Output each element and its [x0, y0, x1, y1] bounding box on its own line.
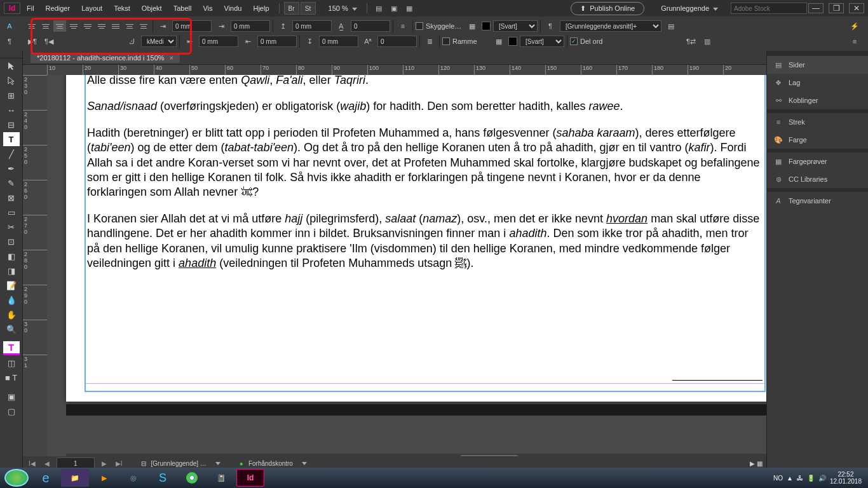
explorer-icon[interactable]: 📁 [61, 469, 89, 487]
tray-network-icon[interactable]: 🖧 [797, 475, 803, 482]
direct-selection-tool[interactable] [3, 74, 20, 88]
zoom-select[interactable]: 150 % [323, 3, 362, 14]
start-button[interactable] [3, 469, 31, 487]
border-checkbox[interactable] [442, 37, 450, 45]
ltr-paragraph-button[interactable]: ▶¶ [25, 35, 39, 48]
panel-fargeprover[interactable]: ▦Fargeprøver [767, 152, 868, 170]
rectangle-tool[interactable]: ▭ [3, 205, 20, 219]
search-input[interactable] [731, 3, 807, 14]
note-tool[interactable]: 📝 [3, 278, 20, 292]
justify-right-button[interactable] [95, 20, 108, 32]
gradient-feather-tool[interactable]: ◨ [3, 264, 20, 278]
menu-fil[interactable]: Fil [22, 3, 39, 14]
settings-icon[interactable]: ◎ [119, 469, 147, 487]
horizontal-ruler[interactable]: 1020304050607080901001101201301401501601… [47, 65, 766, 75]
menu-vindu[interactable]: Vindu [219, 3, 247, 14]
panel-cc-libraries[interactable]: ⊚CC Libraries [767, 170, 868, 188]
gap-tool[interactable]: ↔ [3, 103, 20, 117]
stock-button[interactable]: St [301, 2, 316, 15]
pencil-tool[interactable]: ✎ [3, 176, 20, 190]
close-button[interactable]: ✕ [849, 3, 864, 13]
last-page-button[interactable]: ▶I [114, 460, 125, 467]
quick-apply-icon[interactable]: ▤ [664, 20, 678, 32]
free-transform-tool[interactable]: ⊡ [3, 234, 20, 248]
tray-battery-icon[interactable]: 🔋 [807, 475, 815, 482]
align-toward-spine-button[interactable] [123, 20, 136, 32]
para-format-mode[interactable]: ¶ [3, 35, 17, 48]
shading-swatch-select[interactable]: [Svart] [493, 20, 538, 32]
media-player-icon[interactable]: ▶ [90, 469, 118, 487]
gpu-icon[interactable]: ⚡ [848, 20, 862, 32]
shading-options-icon[interactable]: ▦ [465, 20, 479, 32]
document-tab[interactable]: *20180112 - ahadith-science.indd i 150% … [31, 53, 180, 63]
menu-objekt[interactable]: Objekt [137, 3, 167, 14]
align-center-button[interactable] [39, 20, 52, 32]
border-options-icon[interactable]: ▦ [492, 35, 506, 48]
apply-color[interactable]: ■ T [3, 370, 20, 384]
next-page-button[interactable]: ▶ [100, 460, 109, 467]
lang-indicator[interactable]: NO [773, 475, 783, 482]
eyedropper-tool[interactable]: 💧 [3, 293, 20, 307]
para-direction-icon[interactable]: ¶⇄ [684, 35, 698, 48]
justify-full-button[interactable] [109, 20, 122, 32]
arrange-icon[interactable]: ▦ [402, 2, 416, 15]
vertical-ruler[interactable]: 2 3 02 4 02 5 02 6 02 7 02 8 02 9 03 03 … [23, 75, 47, 483]
text-frame[interactable]: Alle disse fire kan være enten Qawli, Fa… [85, 75, 765, 391]
first-page-button[interactable]: I◀ [27, 460, 37, 467]
border-swatch[interactable] [508, 37, 517, 46]
bridge-button[interactable]: Br [284, 2, 299, 15]
first-line-indent-field[interactable] [231, 20, 270, 32]
preflight-label[interactable]: Forhåndskontro [248, 460, 293, 467]
rectangle-frame-tool[interactable]: ⊠ [3, 191, 20, 205]
shading-checkbox[interactable] [416, 22, 423, 30]
selection-tool[interactable] [3, 59, 20, 73]
minimize-button[interactable]: — [808, 3, 824, 13]
content-collector-tool[interactable]: ⊟ [3, 118, 20, 132]
indesign-taskbar-icon[interactable]: Id [236, 469, 264, 487]
view-options-icon[interactable]: ▤ [372, 2, 386, 15]
align-right-button[interactable] [53, 20, 66, 32]
clock[interactable]: 22:52 12.01.2018 [830, 471, 862, 485]
fill-stroke-swap[interactable]: T [3, 341, 20, 355]
tray-volume-icon[interactable]: 🔊 [818, 475, 826, 482]
scissors-tool[interactable]: ✂ [3, 220, 20, 234]
notepad-icon[interactable]: 📓 [207, 469, 235, 487]
menu-layout[interactable]: Layout [76, 3, 107, 14]
gradient-swatch-tool[interactable]: ◧ [3, 249, 20, 263]
columns-icon[interactable]: ▥ [700, 35, 714, 48]
type-tool[interactable]: T [3, 132, 20, 146]
menu-rediger[interactable]: Rediger [41, 3, 76, 14]
numbering-icon[interactable]: ≣ [423, 35, 437, 48]
shading-swatch[interactable] [482, 22, 491, 30]
prev-page-button[interactable]: ◀ [43, 460, 51, 467]
drop-cap-lines-field[interactable] [351, 20, 390, 32]
skype-icon[interactable]: S [149, 469, 177, 487]
workspace-select[interactable]: Grunnleggende [656, 3, 723, 14]
open-icon[interactable]: ⊟ [141, 460, 146, 467]
pen-tool[interactable]: ✒ [3, 161, 20, 175]
hand-tool[interactable]: ✋ [3, 308, 20, 322]
panel-strek[interactable]: ≡Strek [767, 113, 868, 131]
page[interactable]: Alle disse fire kan være enten Qawli, Fa… [66, 75, 766, 402]
menu-tekst[interactable]: Tekst [109, 3, 135, 14]
justify-left-button[interactable] [67, 20, 80, 32]
align-left-button[interactable] [25, 20, 38, 32]
align-away-spine-button[interactable] [137, 20, 150, 32]
menu-vis[interactable]: Vis [198, 3, 217, 14]
panel-farge[interactable]: 🎨Farge [767, 131, 868, 149]
drop-cap-chars-field[interactable] [377, 36, 417, 47]
default-fill-stroke[interactable]: ◫ [3, 356, 20, 370]
restore-button[interactable]: ❐ [829, 3, 844, 13]
screen-mode-icon[interactable]: ▣ [387, 2, 401, 15]
panel-menu-icon[interactable]: ≡ [848, 35, 862, 48]
ie-icon[interactable]: e [32, 469, 60, 487]
char-format-mode[interactable]: A [3, 20, 17, 32]
panel-lag[interactable]: ❖Lag [767, 74, 868, 92]
publish-online-button[interactable]: ⬆ Publish Online [571, 2, 644, 15]
panel-sider[interactable]: ▤Sider [767, 56, 868, 74]
paragraph-style-select[interactable]: [Grunnleggende avsnitt]+ [560, 20, 661, 32]
border-swatch-select[interactable]: [Svart] [520, 36, 564, 47]
space-before-field[interactable] [292, 20, 332, 32]
rtl-paragraph-button[interactable]: ¶◀ [42, 35, 56, 48]
screen-mode-normal[interactable]: ▣ [3, 390, 20, 403]
